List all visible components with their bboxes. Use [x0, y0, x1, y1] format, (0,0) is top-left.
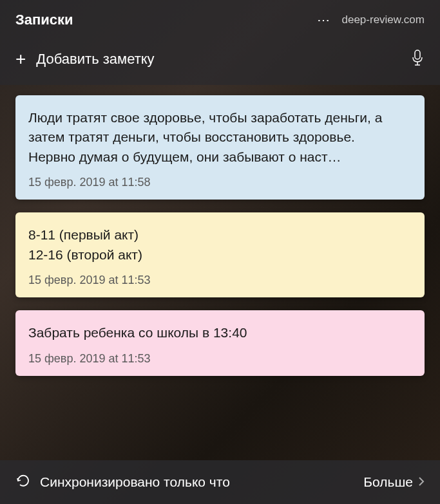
watermark: deep-review.com: [341, 14, 425, 26]
chevron-right-icon: [418, 474, 425, 490]
header: Записки ⋯ deep-review.com: [0, 0, 440, 36]
svg-rect-0: [415, 50, 420, 59]
header-right: ⋯ deep-review.com: [317, 12, 425, 28]
add-note-bar[interactable]: + Добавить заметку: [0, 36, 440, 85]
plus-icon: +: [15, 50, 26, 68]
microphone-icon[interactable]: [410, 49, 425, 70]
more-label: Больше: [363, 474, 413, 490]
app-title: Записки: [15, 12, 73, 28]
more-menu-icon[interactable]: ⋯: [317, 12, 331, 28]
note-card[interactable]: Забрать ребенка со школы в 13:40 15 февр…: [15, 310, 425, 375]
sync-bar: Синхронизировано только что Больше: [0, 460, 440, 504]
add-note-placeholder: Добавить заметку: [36, 51, 400, 68]
sync-icon[interactable]: [15, 473, 31, 491]
note-card[interactable]: Люди тратят свое здоровье, чтобы заработ…: [15, 95, 425, 200]
note-card[interactable]: 8-11 (первый акт) 12-16 (второй акт) 15 …: [15, 212, 425, 297]
note-timestamp: 15 февр. 2019 at 11:58: [28, 176, 412, 189]
note-content: 8-11 (первый акт) 12-16 (второй акт): [28, 225, 412, 265]
sync-status: Синхронизировано только что: [40, 474, 354, 490]
note-timestamp: 15 февр. 2019 at 11:53: [28, 352, 412, 366]
note-timestamp: 15 февр. 2019 at 11:53: [28, 274, 412, 287]
more-button[interactable]: Больше: [363, 474, 425, 490]
notes-list: Люди тратят свое здоровье, чтобы заработ…: [0, 85, 440, 376]
note-content: Забрать ребенка со школы в 13:40: [28, 323, 412, 342]
note-content: Люди тратят свое здоровье, чтобы заработ…: [28, 108, 412, 167]
